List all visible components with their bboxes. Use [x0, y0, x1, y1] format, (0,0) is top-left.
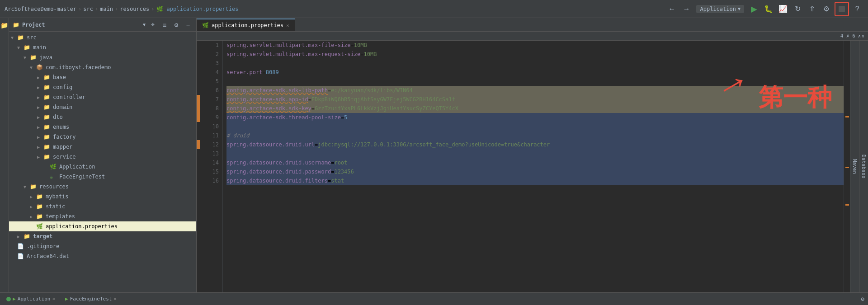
help-button[interactable]: ? — [851, 3, 863, 15]
scroll-up-btn[interactable]: ∧ — [858, 33, 861, 38]
maven-panel[interactable]: Maven — [850, 41, 859, 292]
tree-item-factory[interactable]: ▶ 📁 factory — [9, 132, 196, 142]
tree-item-enums[interactable]: ▶ 📁 enums — [9, 122, 196, 132]
tree-item-config[interactable]: ▶ 📁 config — [9, 82, 196, 92]
breadcrumb-resources[interactable]: resources — [120, 6, 149, 12]
tree-item-base[interactable]: ▶ 📁 base — [9, 72, 196, 82]
tree-item-templates[interactable]: ▶ 📁 templates — [9, 211, 196, 221]
run-tab-faceenginetest[interactable]: ▶ FaceEngineTest × — [62, 295, 119, 303]
profile-button[interactable]: 📈 — [777, 3, 789, 15]
tree-item-application[interactable]: 🌿 Application — [9, 162, 196, 172]
tab-label: application.properties — [212, 22, 283, 28]
bottom-bar: ▶ Application × ▶ FaceEngineTest × ⚙ — [0, 292, 868, 305]
run-tab-application[interactable]: ▶ Application × — [4, 295, 58, 303]
breadcrumb-src[interactable]: src — [83, 6, 93, 12]
tree-item-resources[interactable]: ▼ 📁 resources — [9, 182, 196, 192]
tree-item-service[interactable]: ▶ 📁 service — [9, 152, 196, 162]
tree-item-domain[interactable]: ▶ 📁 domain — [9, 102, 196, 112]
run-config-chevron: ▼ — [738, 6, 741, 11]
folder-icon: 📁 — [30, 54, 38, 61]
tree-item-mybatis[interactable]: ▶ 📁 mybatis — [9, 192, 196, 202]
code-line-11: # druid — [226, 131, 844, 140]
scroll-markers — [844, 41, 850, 292]
editor-area: 4 ✗ 6 ∧ ∨ — [197, 32, 868, 292]
code-line-15: spring.datasource.druid.password=123456 — [226, 167, 844, 176]
folder-icon: 📁 — [36, 213, 44, 220]
dat-icon: 📄 — [17, 253, 25, 259]
code-line-2: spring.servlet.multipart.max-request-siz… — [226, 50, 844, 59]
folder-icon: 📁 — [17, 34, 25, 41]
spring-icon: 🌿 — [50, 164, 58, 170]
sidebar-dropdown-label: 📁 — [13, 22, 19, 28]
folder-icon: 📁 — [43, 94, 52, 100]
left-icon-strip: 📁 — [0, 18, 9, 292]
breadcrumb-main[interactable]: main — [100, 6, 113, 12]
tree-item-target[interactable]: ▶ 📁 target — [9, 231, 196, 241]
gitignore-icon: 📄 — [17, 243, 25, 249]
code-line-4: server.port=8089 — [226, 68, 844, 77]
tree-item-gitignore[interactable]: 📄 .gitignore — [9, 241, 196, 251]
tree-item-dto[interactable]: ▶ 📁 dto — [9, 112, 196, 122]
gutter — [197, 41, 200, 292]
code-line-13 — [226, 149, 844, 158]
folder-icon: 📁 — [24, 233, 32, 239]
run-tab-application-label: Application — [18, 296, 51, 302]
code-line-3 — [226, 59, 844, 68]
run-configuration[interactable]: Application ▼ — [696, 5, 744, 13]
scroll-down-btn[interactable]: ∨ — [862, 33, 864, 38]
folder-icon: 📁 — [43, 74, 52, 80]
top-bar: ArcSoftFaceDemo-master › src › main › re… — [0, 0, 868, 18]
scroll-marker-2 — [845, 167, 849, 168]
run-tab-faceengine-label: FaceEngineTest — [70, 296, 112, 302]
folder-icon: 📁 — [24, 44, 32, 51]
update-button[interactable]: ⇧ — [806, 3, 818, 15]
code-line-8: config.arcface-sdk.sdk-key=GzzTzuifYxsPL… — [226, 104, 844, 113]
tab-close-button[interactable]: × — [286, 23, 289, 28]
folder-icon: 📁 — [43, 154, 52, 160]
debug-button[interactable]: 🐛 — [762, 3, 775, 15]
breadcrumb-project[interactable]: ArcSoftFaceDemo-master — [5, 6, 76, 12]
sidebar-close-btn[interactable]: − — [184, 20, 193, 29]
reload-button[interactable]: ↻ — [791, 3, 804, 15]
database-panel[interactable]: Database — [859, 41, 868, 292]
sidebar-collapse-btn[interactable]: ≡ — [160, 20, 169, 29]
sidebar-settings-btn[interactable]: ⚙ — [172, 20, 181, 29]
code-line-16: spring.datasource.druid.filters=stat — [226, 176, 844, 185]
sidebar-locate-btn[interactable]: ⌖ — [148, 20, 157, 29]
run-box-button[interactable] — [835, 2, 849, 16]
tab-application-properties[interactable]: 🌿 application.properties × — [197, 19, 295, 31]
forward-button[interactable]: → — [680, 3, 693, 15]
code-editor[interactable]: spring.servlet.multipart.max-file-size=1… — [223, 41, 844, 292]
main-content: 📁 📁 Project ▼ ⌖ ≡ ⚙ − ▼ 📁 src ▼ 📁 main — [0, 18, 868, 292]
tree-item-mapper[interactable]: ▶ 📁 mapper — [9, 142, 196, 152]
code-line-10 — [226, 122, 844, 131]
tree-item-faceenginetest[interactable]: ☕ FaceEngineTest — [9, 172, 196, 182]
run-button[interactable]: ▶ — [748, 3, 760, 15]
tree-item-src[interactable]: ▼ 📁 src — [9, 33, 196, 42]
run-status-dot — [6, 297, 11, 301]
breadcrumb: ArcSoftFaceDemo-master › src › main › re… — [5, 6, 665, 12]
tree-item-static[interactable]: ▶ 📁 static — [9, 202, 196, 211]
project-icon[interactable]: 📁 — [1, 22, 8, 29]
folder-icon: 📁 — [43, 124, 52, 130]
sidebar: 📁 Project ▼ ⌖ ≡ ⚙ − ▼ 📁 src ▼ 📁 main ▼ — [9, 18, 197, 292]
bottom-settings-btn[interactable]: ⚙ — [861, 296, 864, 302]
scroll-marker-3 — [845, 204, 849, 206]
folder-icon: 📁 — [36, 203, 44, 210]
sidebar-title: Project — [22, 22, 140, 28]
back-button[interactable]: ← — [665, 3, 678, 15]
folder-icon: 📁 — [43, 134, 52, 140]
java-file-icon: ☕ — [50, 174, 58, 180]
breadcrumb-file[interactable]: application.properties — [167, 6, 239, 12]
tree-item-package[interactable]: ▼ 📦 com.itboyst.facedemo — [9, 62, 196, 72]
tree-item-application-properties[interactable]: 🌿 application.properties — [9, 221, 196, 231]
tree-item-main[interactable]: ▼ 📁 main — [9, 42, 196, 52]
scrollbar-strip[interactable] — [844, 41, 850, 292]
line-col-indicator: 4 ✗ 6 — [840, 33, 855, 39]
tree-item-controller[interactable]: ▶ 📁 controller — [9, 92, 196, 102]
scroll-marker-1 — [845, 116, 849, 117]
settings-button[interactable]: ⚙ — [820, 3, 833, 15]
tree-item-arcface-dat[interactable]: 📄 ArcFace64.dat — [9, 251, 196, 261]
tree-item-java[interactable]: ▼ 📁 java — [9, 52, 196, 62]
folder-icon: 📁 — [43, 84, 52, 90]
